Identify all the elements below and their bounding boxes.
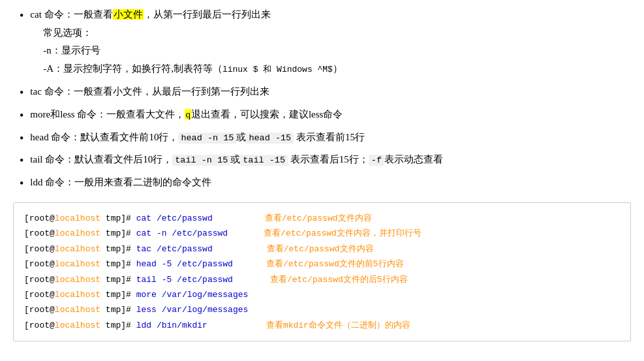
terminal-prompt-2: [root@localhost tmp]# [24, 226, 136, 241]
terminal-prompt-5: [root@localhost tmp]# [24, 272, 136, 287]
terminal-comment-8: 查看mkdir命令文件（二进制）的内容 [266, 318, 410, 333]
terminal-row-3: [root@localhost tmp]# tac /etc/passwd查看/… [24, 242, 620, 257]
head-text-mid: 或 [236, 132, 246, 142]
bullet-icon: • [20, 151, 23, 170]
item-text-moreless: more和less 命令：一般查看大文件，q退出查看，可以搜索，建议less命令 [30, 106, 631, 123]
tail-text-last: 表示动态查看 [384, 154, 443, 165]
terminal-prompt-8: [root@localhost tmp]# [24, 318, 136, 333]
terminal-cmd-5: tail -5 /etc/passwd [136, 272, 233, 287]
tail-code3: -f [369, 155, 384, 166]
list-item-cat: • cat 命令：一般查看小文件，从第一行到最后一行列出来 常见选项： -n：显… [13, 7, 631, 80]
tac-text: tac 命令：一般查看小文件，从最后一行到第一行列出来 [30, 86, 269, 97]
cat-text-before: cat 命令：一般查看 [30, 9, 112, 20]
cat-sub-1: 常见选项： [43, 25, 631, 42]
moreless-text-after: 退出查看，可以搜索，建议less命令 [191, 109, 343, 119]
tail-text-mid: 或 [230, 154, 240, 165]
terminal-cmd-7: less /var/log/messages [136, 302, 249, 317]
terminal-row-2: [root@localhost tmp]# cat -n /etc/passwd… [24, 226, 620, 241]
item-text-head: head 命令：默认查看文件前10行，head -n 15或head -15 表… [30, 129, 631, 146]
head-text-before: head 命令：默认查看文件前10行， [30, 132, 178, 142]
terminal-row-5: [root@localhost tmp]# tail -5 /etc/passw… [24, 272, 620, 287]
cat-text-after: ，从第一行到最后一行列出来 [144, 9, 271, 20]
cat-sub-3: -A：显示控制字符，如换行符,制表符等（linux $ 和 Windows ^M… [43, 61, 631, 78]
tail-code2: tail -15 [240, 155, 288, 166]
terminal-cmd-3: tac /etc/passwd [136, 242, 213, 257]
bullet-icon: • [20, 129, 23, 148]
ldd-text: ldd 命令：一般用来查看二进制的命令文件 [30, 177, 211, 187]
cat-sub-items: 常见选项： -n：显示行号 -A：显示控制字符，如换行符,制表符等（linux … [43, 25, 631, 78]
bullet-icon: • [20, 84, 23, 102]
list-item-tac: • tac 命令：一般查看小文件，从最后一行到第一行列出来 [13, 84, 631, 102]
item-text-tail: tail 命令：默认查看文件后10行，tail -n 15或tail -15 表… [30, 151, 631, 168]
moreless-highlight: q [185, 109, 191, 119]
terminal-prompt-4: [root@localhost tmp]# [24, 257, 136, 272]
terminal-prompt-7: [root@localhost tmp]# [24, 302, 136, 317]
terminal-comment-4: 查看/etc/passwd文件的前5行内容 [266, 257, 404, 272]
bullet-list: • cat 命令：一般查看小文件，从第一行到最后一行列出来 常见选项： -n：显… [13, 7, 631, 193]
terminal-prompt-3: [root@localhost tmp]# [24, 242, 136, 257]
terminal-comment-3: 查看/etc/passwd文件内容 [267, 242, 374, 257]
terminal-comment-1: 查看/etc/passwd文件内容 [265, 211, 372, 226]
item-text-ldd: ldd 命令：一般用来查看二进制的命令文件 [30, 174, 631, 191]
terminal-comment-2: 查看/etc/passwd文件内容，并打印行号 [264, 226, 422, 241]
terminal-cmd-6: more /var/log/messages [136, 287, 249, 302]
terminal-cmd-2: cat -n /etc/passwd [136, 226, 228, 241]
cat-sub-2: -n：显示行号 [43, 42, 631, 59]
list-item-ldd: • ldd 命令：一般用来查看二进制的命令文件 [13, 174, 631, 193]
list-item-moreless: • more和less 命令：一般查看大文件，q退出查看，可以搜索，建议less… [13, 106, 631, 125]
terminal-prompt-6: [root@localhost tmp]# [24, 287, 136, 302]
list-item-head: • head 命令：默认查看文件前10行，head -n 15或head -15… [13, 129, 631, 148]
terminal-row-4: [root@localhost tmp]# head -5 /etc/passw… [24, 257, 620, 272]
terminal-prompt-1: [root@localhost tmp]# [24, 211, 136, 226]
head-text-after: 表示查看前15行 [294, 132, 365, 142]
tail-text-before: tail 命令：默认查看文件后10行， [30, 154, 172, 165]
host-1: localhost [55, 213, 100, 223]
terminal-row-6: [root@localhost tmp]# more /var/log/mess… [24, 287, 620, 302]
user-1: root [29, 213, 50, 223]
terminal-cmd-4: head -5 /etc/passwd [136, 257, 233, 272]
head-code1: head -n 15 [178, 133, 236, 144]
terminal-cmd-1: cat /etc/passwd [136, 211, 213, 226]
terminal-row-1: [root@localhost tmp]# cat /etc/passwd查看/… [24, 211, 620, 226]
terminal-cmd-8: ldd /bin/mkdir [136, 318, 207, 333]
bullet-icon: • [20, 174, 23, 193]
bullet-icon: • [20, 106, 23, 125]
main-content: • cat 命令：一般查看小文件，从第一行到最后一行列出来 常见选项： -n：显… [13, 7, 631, 341]
head-code2: head -15 [246, 133, 294, 144]
terminal-row-7: [root@localhost tmp]# less /var/log/mess… [24, 302, 620, 317]
terminal-box: [root@localhost tmp]# cat /etc/passwd查看/… [13, 202, 631, 341]
terminal-comment-5: 查看/etc/passwd文件的后5行内容 [270, 272, 408, 287]
moreless-text-before: more和less 命令：一般查看大文件， [30, 109, 185, 119]
list-item-tail: • tail 命令：默认查看文件后10行，tail -n 15或tail -15… [13, 151, 631, 170]
item-text-tac: tac 命令：一般查看小文件，从最后一行到第一行列出来 [30, 84, 631, 101]
tail-code1: tail -n 15 [172, 155, 230, 166]
bullet-icon: • [20, 7, 23, 25]
cat-highlight: 小文件 [113, 9, 144, 20]
terminal-row-8: [root@localhost tmp]# ldd /bin/mkdir查看mk… [24, 318, 620, 333]
item-text-cat: cat 命令：一般查看小文件，从第一行到最后一行列出来 常见选项： -n：显示行… [30, 7, 631, 80]
tail-text-after: 表示查看后15行； [288, 154, 369, 165]
